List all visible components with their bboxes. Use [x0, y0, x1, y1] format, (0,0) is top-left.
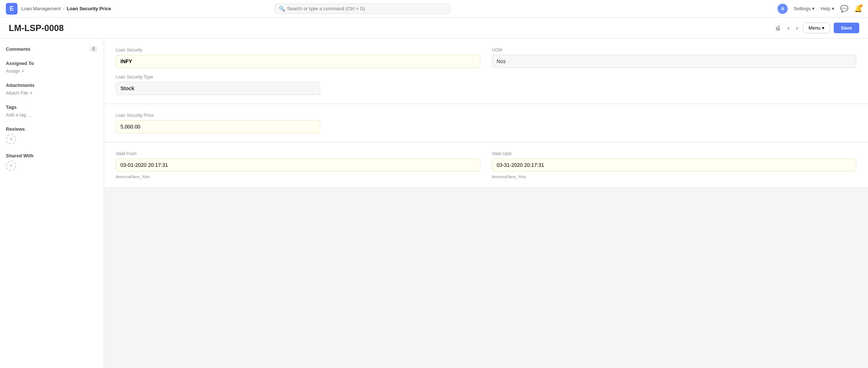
loan-security-type-input[interactable]	[116, 82, 320, 95]
attachments-title: Attachments	[6, 83, 35, 88]
print-button[interactable]: 🖨	[773, 23, 782, 33]
loan-security-type-label: Loan Security Type	[116, 74, 320, 80]
form-group-loan-security-price: Loan Security Price	[116, 113, 320, 133]
uom-label: UOM	[492, 47, 857, 53]
form-section-1: Loan Security UOM Loan Security Type	[104, 39, 868, 104]
sidebar-section-shared-with: Shared With +	[6, 153, 98, 171]
loan-security-label: Loan Security	[116, 47, 480, 53]
comments-title: Comments	[6, 46, 30, 52]
search-input[interactable]	[287, 6, 446, 11]
menu-chevron-icon: ▾	[822, 25, 825, 31]
uom-input[interactable]	[492, 55, 857, 68]
attach-plus-icon: +	[30, 90, 32, 96]
valid-upto-input[interactable]	[492, 158, 857, 172]
add-tag-action[interactable]: Add a tag ...	[6, 112, 98, 118]
form-group-loan-security: Loan Security	[116, 47, 480, 68]
loan-security-price-input[interactable]	[116, 120, 320, 133]
add-shared-button[interactable]: +	[6, 161, 16, 171]
loan-security-input[interactable]	[116, 55, 480, 68]
breadcrumb: Loan Management › Loan Security Price	[21, 6, 111, 11]
form-group-valid-from: Valid From America/New_York	[116, 151, 480, 179]
sidebar-section-comments: Comments 0	[6, 46, 98, 52]
nav-right: A Settings ▾ Help ▾ 💬 🔔	[777, 4, 862, 14]
tags-title: Tags	[6, 104, 16, 110]
save-button[interactable]: Save	[834, 23, 859, 33]
sidebar: Comments 0 Assigned To Assign + Attachme…	[0, 39, 104, 368]
form-group-uom: UOM	[492, 47, 857, 68]
notification-icon[interactable]: 🔔	[854, 5, 862, 13]
form-row-price: Loan Security Price	[116, 113, 856, 133]
form-row-security-type: Loan Security Type	[116, 74, 856, 95]
page-actions: 🖨 ‹ › Menu ▾ Save	[773, 23, 859, 33]
assign-action[interactable]: Assign +	[6, 68, 98, 74]
chat-icon[interactable]: 💬	[840, 5, 848, 13]
page-header: LM-LSP-0008 🖨 ‹ › Menu ▾ Save	[0, 18, 868, 39]
form-section-2: Loan Security Price	[104, 104, 868, 142]
sidebar-section-reviews: Reviews +	[6, 126, 98, 144]
top-navigation: E Loan Management › Loan Security Price …	[0, 0, 868, 18]
sidebar-section-attachments: Attachments Attach File +	[6, 83, 98, 96]
valid-from-label: Valid From	[116, 151, 480, 156]
comments-count: 0	[89, 46, 98, 52]
breadcrumb-item-loan-management[interactable]: Loan Management	[21, 6, 61, 11]
breadcrumb-sep-1: ›	[63, 6, 64, 11]
settings-chevron-icon: ▾	[812, 6, 815, 11]
shared-with-title: Shared With	[6, 153, 34, 158]
valid-upto-timezone: America/New_York	[492, 175, 857, 179]
page-title: LM-LSP-0008	[9, 23, 64, 33]
next-button[interactable]: ›	[795, 23, 799, 33]
help-chevron-icon: ▾	[832, 6, 834, 11]
search-bar[interactable]: 🔍	[275, 4, 450, 14]
add-review-button[interactable]: +	[6, 134, 16, 144]
prev-button[interactable]: ‹	[786, 23, 791, 33]
menu-button[interactable]: Menu ▾	[803, 23, 830, 33]
valid-upto-label: Valid Upto	[492, 151, 857, 156]
breadcrumb-item-loan-security-price[interactable]: Loan Security Price	[67, 6, 111, 11]
valid-from-timezone: America/New_York	[116, 175, 480, 179]
search-icon: 🔍	[279, 6, 285, 12]
form-row-dates: Valid From America/New_York Valid Upto A…	[116, 151, 856, 179]
attach-file-action[interactable]: Attach File +	[6, 90, 98, 96]
help-button[interactable]: Help ▾	[821, 6, 834, 11]
sidebar-section-tags: Tags Add a tag ...	[6, 104, 98, 118]
settings-button[interactable]: Settings ▾	[794, 6, 815, 11]
form-row-security-uom: Loan Security UOM	[116, 47, 856, 68]
app-icon[interactable]: E	[6, 3, 18, 15]
form-section-3: Valid From America/New_York Valid Upto A…	[104, 142, 868, 188]
main-layout: Comments 0 Assigned To Assign + Attachme…	[0, 39, 868, 368]
content-area: Loan Security UOM Loan Security Type Lo	[104, 39, 868, 368]
assigned-to-title: Assigned To	[6, 61, 34, 66]
avatar[interactable]: A	[777, 4, 788, 14]
form-group-loan-security-type: Loan Security Type	[116, 74, 320, 95]
sidebar-section-assigned-to: Assigned To Assign +	[6, 61, 98, 74]
reviews-title: Reviews	[6, 126, 25, 132]
assign-plus-icon: +	[22, 68, 24, 74]
form-group-valid-upto: Valid Upto America/New_York	[492, 151, 857, 179]
notification-dot	[860, 4, 863, 7]
loan-security-price-label: Loan Security Price	[116, 113, 320, 118]
valid-from-input[interactable]	[116, 158, 480, 172]
